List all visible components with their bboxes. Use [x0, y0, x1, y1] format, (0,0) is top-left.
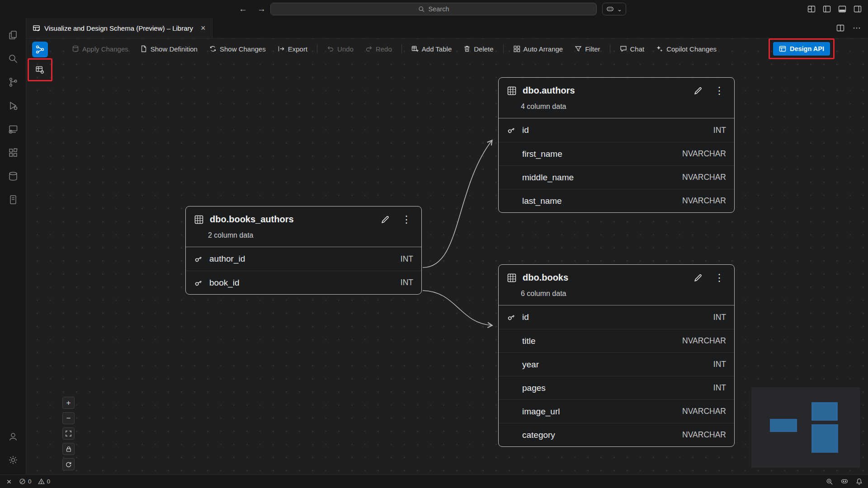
editor-area: Visualize and Design Schema (Preview) – … — [26, 18, 868, 474]
table-menu-icon[interactable]: ⋮ — [712, 86, 726, 96]
tab-close-icon[interactable]: × — [201, 24, 206, 32]
redo-button[interactable]: Redo — [359, 45, 398, 53]
annotation-box-design-api: Design API — [769, 38, 835, 59]
column-row[interactable]: pages INT — [499, 376, 734, 399]
toggle-secondary-sidebar-icon[interactable] — [854, 5, 862, 13]
column-row[interactable]: book_id INT — [186, 271, 421, 294]
toggle-primary-sidebar-icon[interactable] — [823, 5, 831, 13]
zoom-out-button[interactable]: − — [62, 412, 75, 424]
fit-view-button[interactable] — [62, 427, 75, 440]
tab-bar: Visualize and Design Schema (Preview) – … — [26, 18, 868, 38]
column-row[interactable]: image_url NVARCHAR — [499, 399, 734, 423]
column-row[interactable]: middle_name NVARCHAR — [499, 165, 734, 189]
schema-designer-tab-icon — [33, 24, 40, 32]
tab-title: Visualize and Design Schema (Preview) – … — [44, 24, 193, 32]
notifications-bell-icon[interactable] — [856, 478, 863, 485]
filter-button[interactable]: Filter — [569, 45, 606, 53]
database-projects-icon[interactable] — [2, 164, 24, 188]
sql-server-icon[interactable] — [2, 188, 24, 211]
copilot-chat-icon — [606, 6, 614, 13]
edit-table-icon[interactable] — [380, 214, 391, 225]
zoom-controls: + − — [62, 397, 75, 470]
delete-button[interactable]: Delete — [458, 45, 499, 53]
more-actions-icon[interactable]: ⋯ — [853, 23, 861, 33]
column-row[interactable]: last_name NVARCHAR — [499, 189, 734, 212]
tab-visualize-design-schema[interactable]: Visualize and Design Schema (Preview) – … — [26, 18, 212, 38]
customize-layout-icon[interactable] — [807, 5, 816, 13]
table-subtitle: 4 column data — [507, 96, 726, 118]
copilot-menu-button[interactable]: ⌄ — [602, 3, 626, 15]
search-input[interactable]: Search — [270, 3, 597, 15]
copilot-status-icon[interactable] — [840, 478, 849, 485]
design-api-button[interactable]: Design API — [773, 42, 830, 56]
export-button[interactable]: Export — [272, 45, 313, 53]
schema-canvas[interactable]: Apply Changes Show Definition Show Chang… — [26, 38, 868, 474]
reset-view-button[interactable] — [62, 458, 75, 470]
settings-gear-icon[interactable] — [2, 448, 24, 472]
extensions-icon[interactable] — [2, 141, 24, 164]
table-settings-icon[interactable] — [32, 62, 48, 78]
show-changes-button[interactable]: Show Changes — [203, 45, 272, 53]
connector-books-authors-to-books — [423, 291, 492, 325]
designer-toolbar: Apply Changes Show Definition Show Chang… — [66, 38, 868, 59]
table-grid-icon — [194, 215, 204, 225]
add-table-button[interactable]: Add Table — [406, 45, 458, 53]
forward-arrow-icon[interactable]: → — [257, 4, 266, 14]
lock-button[interactable] — [62, 443, 75, 455]
column-row[interactable]: id INT — [499, 118, 734, 142]
edit-table-icon[interactable] — [693, 272, 703, 283]
minimap-table-block — [811, 424, 838, 453]
column-row[interactable]: first_name NVARCHAR — [499, 142, 734, 165]
table-name: dbo.books_authors — [210, 214, 294, 225]
minimap[interactable] — [751, 387, 860, 468]
table-menu-icon[interactable]: ⋮ — [400, 215, 413, 225]
table-node-books-authors[interactable]: dbo.books_authors ⋮ 2 column data auth — [185, 206, 422, 295]
errors-count: 0 — [28, 478, 32, 485]
table-subtitle: 6 column data — [507, 283, 726, 305]
zoom-indicator-icon[interactable] — [826, 478, 833, 485]
explorer-icon[interactable] — [2, 23, 24, 47]
table-header: dbo.books_authors ⋮ 2 column data — [186, 206, 421, 247]
auto-arrange-button[interactable]: Auto Arrange — [507, 45, 569, 53]
primary-key-icon — [194, 254, 209, 263]
zoom-in-button[interactable]: + — [62, 397, 75, 409]
column-row[interactable]: year INT — [499, 352, 734, 376]
relationship-connectors — [26, 38, 868, 474]
schema-visualize-button[interactable] — [32, 42, 48, 57]
edit-table-icon[interactable] — [693, 85, 703, 96]
search-sidebar-icon[interactable] — [2, 47, 24, 70]
back-arrow-icon[interactable]: ← — [239, 4, 247, 14]
column-row[interactable]: title NVARCHAR — [499, 329, 734, 352]
errors-indicator[interactable]: 0 — [19, 478, 32, 485]
remote-explorer-icon[interactable] — [2, 117, 24, 141]
run-debug-icon[interactable] — [2, 94, 24, 117]
account-icon[interactable] — [2, 425, 24, 448]
table-menu-icon[interactable]: ⋮ — [712, 273, 726, 283]
table-node-books[interactable]: dbo.books ⋮ 6 column data id — [498, 264, 735, 447]
table-node-authors[interactable]: dbo.authors ⋮ 4 column data id — [498, 77, 735, 213]
primary-key-icon — [507, 126, 522, 135]
activity-bar — [0, 18, 26, 474]
remote-indicator-icon[interactable] — [5, 478, 13, 485]
apply-changes-button[interactable]: Apply Changes — [66, 45, 134, 53]
warnings-count: 0 — [47, 478, 51, 485]
connector-books-authors-to-authors — [423, 141, 492, 267]
warnings-indicator[interactable]: 0 — [38, 478, 51, 485]
toggle-panel-icon[interactable] — [838, 5, 846, 13]
column-row[interactable]: author_id INT — [186, 247, 421, 271]
table-header: dbo.authors ⋮ 4 column data — [499, 78, 734, 118]
show-definition-button[interactable]: Show Definition — [134, 45, 203, 53]
status-bar: 0 0 — [0, 474, 868, 488]
undo-button[interactable]: Undo — [321, 45, 359, 53]
split-editor-icon[interactable] — [836, 24, 844, 32]
table-grid-icon — [507, 273, 517, 283]
chat-button[interactable]: Chat — [614, 45, 651, 53]
column-row[interactable]: id INT — [499, 305, 734, 329]
table-subtitle: 2 column data — [194, 225, 413, 247]
table-header: dbo.books ⋮ 6 column data — [499, 265, 734, 305]
table-name: dbo.books — [523, 272, 568, 283]
column-row[interactable]: category NVARCHAR — [499, 423, 734, 446]
source-control-icon[interactable] — [2, 70, 24, 94]
primary-key-icon — [194, 278, 209, 287]
copilot-changes-button[interactable]: Copilot Changes — [650, 45, 722, 53]
